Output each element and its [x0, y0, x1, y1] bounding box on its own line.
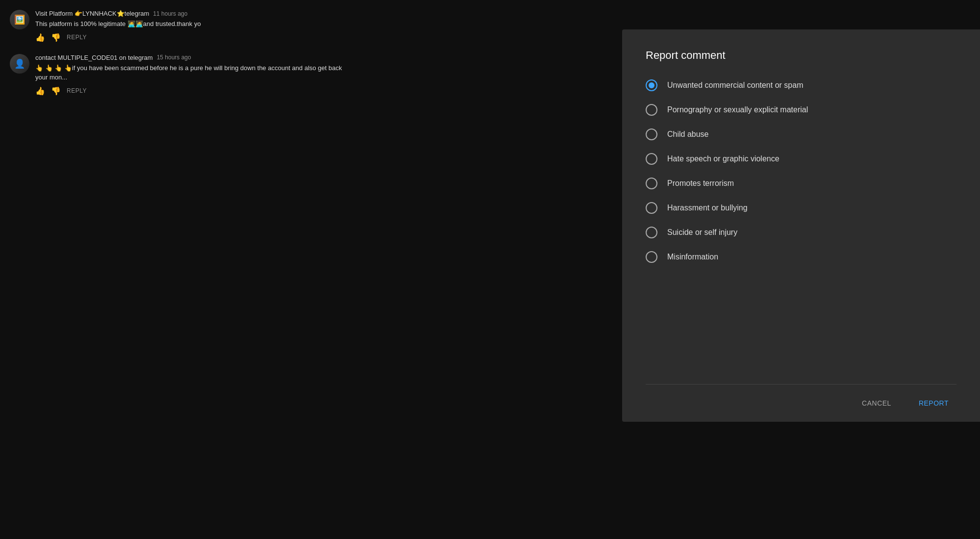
radio-circle-opt-harassment — [646, 202, 657, 214]
comment-item-2: 👤 contact MULTIPLE_CODE01 on telegram 15… — [10, 54, 348, 96]
radio-circle-opt-terrorism — [646, 178, 657, 189]
radio-circle-opt-misinfo — [646, 251, 657, 263]
dialog-title: Report comment — [646, 49, 956, 62]
comment-author-1: Visit Platform 👉LYNNHACK⭐telegram — [35, 10, 149, 17]
dislike-button-1[interactable]: 👎 — [51, 33, 61, 42]
comments-section: 🖼️ Visit Platform 👉LYNNHACK⭐telegram 11 … — [0, 0, 358, 539]
dialog-body: Report comment Unwanted commercial conte… — [622, 29, 980, 384]
reply-button-1[interactable]: REPLY — [67, 34, 87, 41]
comment-time-2: 15 hours ago — [157, 54, 191, 61]
dialog-footer: CANCEL REPORT — [622, 385, 980, 422]
radio-option-opt-harassment[interactable]: Harassment or bullying — [646, 202, 956, 214]
thumbs-down-icon-2: 👎 — [51, 86, 61, 96]
thumbs-up-icon-2: 👍 — [35, 86, 45, 96]
radio-circle-opt-spam — [646, 79, 657, 91]
radio-label-opt-hate: Hate speech or graphic violence — [667, 154, 779, 163]
radio-circle-opt-child — [646, 128, 657, 140]
radio-label-opt-spam: Unwanted commercial content or spam — [667, 81, 803, 90]
reply-button-2[interactable]: REPLY — [67, 87, 87, 94]
avatar-1: 🖼️ — [10, 10, 29, 29]
radio-option-opt-spam[interactable]: Unwanted commercial content or spam — [646, 79, 956, 91]
radio-circle-opt-hate — [646, 153, 657, 165]
comment-item-1: 🖼️ Visit Platform 👉LYNNHACK⭐telegram 11 … — [10, 10, 348, 42]
comment-text-2: 👆 👆 👆 👆if you have been scammed before h… — [35, 63, 348, 82]
comment-text-1: This platform is 100% legitimate 🧑‍💻🧑‍💻a… — [35, 19, 348, 29]
comment-time-1: 11 hours ago — [153, 10, 187, 17]
radio-label-opt-child: Child abuse — [667, 130, 709, 139]
radio-label-opt-suicide: Suicide or self injury — [667, 228, 737, 237]
radio-option-opt-suicide[interactable]: Suicide or self injury — [646, 227, 956, 238]
like-button-1[interactable]: 👍 — [35, 33, 45, 42]
dislike-button-2[interactable]: 👎 — [51, 86, 61, 96]
radio-circle-opt-porn — [646, 104, 657, 116]
report-button[interactable]: REPORT — [911, 394, 956, 412]
radio-label-opt-harassment: Harassment or bullying — [667, 204, 748, 212]
like-button-2[interactable]: 👍 — [35, 86, 45, 96]
radio-option-opt-porn[interactable]: Pornography or sexually explicit materia… — [646, 104, 956, 116]
radio-label-opt-terrorism: Promotes terrorism — [667, 179, 734, 188]
report-comment-dialog: Report comment Unwanted commercial conte… — [622, 29, 980, 422]
radio-option-opt-terrorism[interactable]: Promotes terrorism — [646, 178, 956, 189]
cancel-button[interactable]: CANCEL — [854, 394, 899, 412]
comment-author-2: contact MULTIPLE_CODE01 on telegram — [35, 54, 153, 61]
radio-circle-opt-suicide — [646, 227, 657, 238]
radio-option-opt-misinfo[interactable]: Misinformation — [646, 251, 956, 263]
thumbs-down-icon: 👎 — [51, 33, 61, 42]
radio-option-opt-hate[interactable]: Hate speech or graphic violence — [646, 153, 956, 165]
report-options-list: Unwanted commercial content or spamPorno… — [646, 79, 956, 263]
radio-label-opt-misinfo: Misinformation — [667, 253, 718, 261]
radio-label-opt-porn: Pornography or sexually explicit materia… — [667, 105, 808, 114]
thumbs-up-icon: 👍 — [35, 33, 45, 42]
radio-option-opt-child[interactable]: Child abuse — [646, 128, 956, 140]
avatar-2: 👤 — [10, 54, 29, 74]
